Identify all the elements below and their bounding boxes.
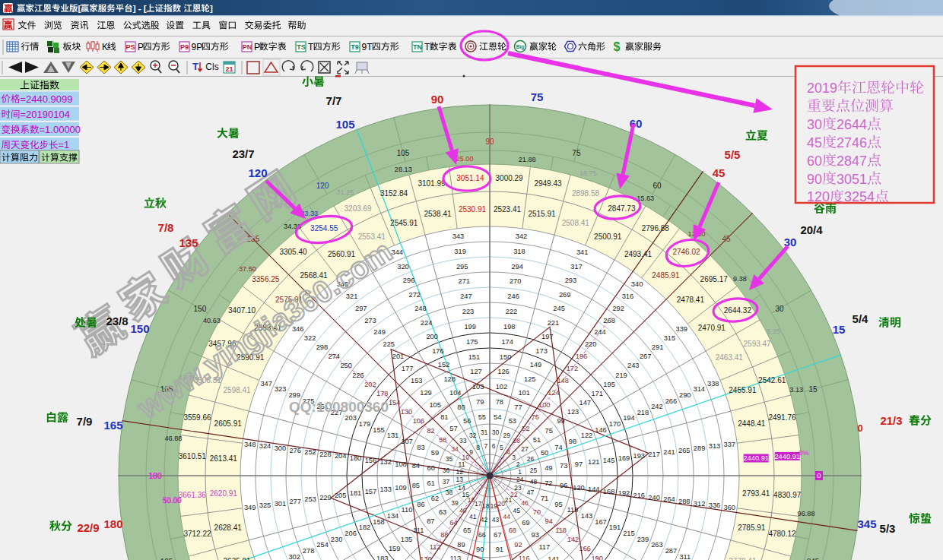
- svg-text:15: 15: [808, 385, 818, 394]
- svg-text:246: 246: [507, 293, 519, 300]
- svg-text:13: 13: [456, 476, 464, 483]
- svg-text:144: 144: [588, 486, 600, 493]
- svg-text:108: 108: [395, 460, 407, 468]
- svg-text:104: 104: [449, 389, 462, 397]
- svg-text:135: 135: [179, 236, 198, 249]
- svg-text:=1.00000: =1.00000: [40, 124, 81, 135]
- svg-text:2793.41: 2793.41: [742, 489, 770, 498]
- svg-text:291: 291: [652, 343, 664, 351]
- svg-text:9: 9: [469, 448, 473, 456]
- svg-text:[: [: [78, 4, 81, 13]
- svg-text:3.13: 3.13: [789, 386, 803, 394]
- svg-text:5/5: 5/5: [725, 148, 741, 161]
- svg-text:322: 322: [304, 334, 316, 342]
- svg-text:121: 121: [588, 458, 600, 466]
- svg-text:150: 150: [500, 353, 512, 361]
- svg-text:319: 319: [454, 248, 466, 255]
- svg-text:148: 148: [557, 377, 569, 384]
- svg-text:36: 36: [443, 467, 450, 474]
- svg-text:86: 86: [417, 501, 424, 508]
- svg-text:28: 28: [513, 437, 521, 445]
- svg-text:203: 203: [344, 414, 357, 422]
- svg-text:153: 153: [411, 377, 423, 384]
- svg-text:7/9: 7/9: [77, 415, 93, 428]
- svg-text:360: 360: [724, 504, 736, 511]
- svg-text:117: 117: [538, 543, 550, 551]
- svg-text:240: 240: [648, 494, 660, 501]
- svg-text:129: 129: [420, 389, 432, 397]
- svg-text:80: 80: [457, 403, 465, 411]
- svg-text:46.88: 46.88: [164, 435, 182, 442]
- svg-text:21/3: 21/3: [880, 414, 902, 427]
- svg-text:2019: 2019: [807, 81, 837, 96]
- svg-text:2463.41: 2463.41: [716, 353, 744, 362]
- svg-text:48: 48: [530, 478, 538, 486]
- svg-text:120: 120: [573, 484, 585, 492]
- svg-text:23/7: 23/7: [232, 147, 254, 160]
- svg-text:316: 316: [622, 293, 634, 300]
- svg-text:337: 337: [724, 441, 736, 448]
- svg-text:49: 49: [545, 464, 552, 472]
- svg-text:264: 264: [663, 495, 675, 503]
- svg-text:254: 254: [316, 541, 329, 549]
- svg-text:295: 295: [456, 263, 468, 271]
- svg-text:2593.47: 2593.47: [744, 340, 772, 348]
- svg-text:T9: T9: [351, 43, 359, 51]
- svg-text:105: 105: [397, 149, 410, 157]
- svg-text:3152.84: 3152.84: [380, 189, 408, 198]
- svg-text:343: 343: [452, 233, 465, 240]
- svg-text:47: 47: [527, 489, 535, 496]
- svg-text:120: 120: [316, 182, 329, 190]
- svg-text:311: 311: [679, 553, 691, 560]
- svg-text:2644.32: 2644.32: [724, 306, 752, 315]
- svg-text:302: 302: [288, 553, 300, 560]
- svg-text:$: $: [614, 40, 621, 53]
- svg-text:65: 65: [463, 527, 471, 534]
- svg-text:224: 224: [421, 319, 433, 327]
- svg-text:70: 70: [533, 508, 541, 516]
- svg-text:9T: 9T: [362, 42, 373, 52]
- svg-text:]: ]: [210, 4, 213, 13]
- svg-text:2949.43: 2949.43: [534, 179, 562, 188]
- svg-text:33: 33: [459, 437, 467, 445]
- svg-text:156: 156: [365, 457, 377, 464]
- svg-text:43: 43: [492, 516, 500, 524]
- svg-text:55: 55: [478, 413, 486, 421]
- svg-text:51: 51: [533, 436, 541, 444]
- svg-text:278: 278: [303, 547, 315, 555]
- svg-text:250: 250: [340, 362, 352, 369]
- svg-text:220: 220: [585, 340, 597, 348]
- svg-text:T: T: [192, 61, 198, 72]
- svg-text:11: 11: [459, 460, 465, 468]
- svg-text:215: 215: [623, 530, 635, 537]
- svg-text:57: 57: [449, 425, 457, 432]
- svg-text:2605.91: 2605.91: [214, 419, 243, 428]
- svg-text:274: 274: [329, 353, 341, 360]
- svg-text:206: 206: [344, 530, 357, 537]
- svg-text:68: 68: [509, 527, 516, 534]
- svg-text:313: 313: [709, 442, 721, 450]
- svg-text:167: 167: [595, 518, 607, 526]
- svg-text:135: 135: [401, 536, 413, 543]
- svg-text:277: 277: [289, 498, 301, 505]
- svg-text:142: 142: [567, 536, 579, 543]
- svg-text:45: 45: [513, 507, 521, 514]
- svg-text:38: 38: [446, 489, 453, 496]
- svg-text:18: 18: [482, 502, 490, 510]
- svg-text:21: 21: [225, 65, 233, 73]
- svg-text:85: 85: [412, 482, 420, 489]
- svg-text:100: 100: [538, 401, 551, 409]
- svg-text:221: 221: [548, 319, 560, 327]
- svg-text:345: 345: [857, 517, 876, 530]
- svg-text:288: 288: [678, 498, 691, 505]
- svg-text:4830.97: 4830.97: [773, 491, 802, 499]
- svg-text:136: 136: [420, 555, 432, 560]
- svg-text:19: 19: [490, 502, 497, 510]
- svg-text:3101.99: 3101.99: [418, 179, 446, 188]
- svg-text:2508.41: 2508.41: [562, 219, 590, 227]
- svg-text:42: 42: [481, 516, 488, 524]
- svg-text:94: 94: [545, 517, 553, 525]
- svg-text:92: 92: [514, 541, 522, 549]
- svg-text:105: 105: [429, 401, 441, 409]
- svg-text:TN: TN: [413, 43, 422, 51]
